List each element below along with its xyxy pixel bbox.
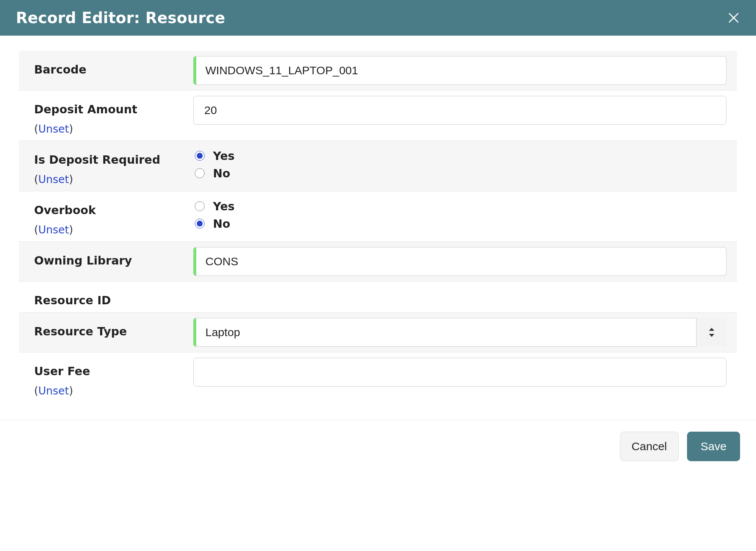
- is-deposit-required-yes-label: Yes: [213, 149, 235, 163]
- resource-type-input[interactable]: [193, 318, 726, 347]
- overbook-unset-wrap: (Unset): [34, 224, 193, 236]
- row-is-deposit-required: Is Deposit Required (Unset) Yes No: [19, 141, 737, 191]
- label-overbook: Overbook: [34, 203, 193, 217]
- user-fee-input[interactable]: [193, 358, 726, 387]
- overbook-no-option[interactable]: No: [193, 215, 726, 232]
- is-deposit-required-no-radio[interactable]: [195, 168, 205, 178]
- row-barcode: Barcode: [19, 51, 737, 91]
- overbook-radio-group: Yes No: [193, 197, 726, 232]
- barcode-input[interactable]: [193, 56, 726, 85]
- label-deposit-amount: Deposit Amount: [34, 103, 193, 116]
- overbook-unset-link[interactable]: Unset: [38, 224, 69, 236]
- is-deposit-required-no-option[interactable]: No: [193, 164, 726, 182]
- owning-library-input[interactable]: [193, 247, 726, 276]
- row-resource-type: Resource Type: [19, 313, 737, 352]
- record-editor-dialog: Record Editor: Resource Barcode Deposit …: [0, 0, 756, 476]
- row-user-fee: User Fee (Unset): [19, 352, 737, 402]
- user-fee-unset-link[interactable]: Unset: [38, 385, 69, 397]
- is-deposit-required-yes-radio[interactable]: [195, 151, 205, 161]
- is-deposit-required-unset-wrap: (Unset): [34, 173, 193, 186]
- deposit-amount-unset-link[interactable]: Unset: [38, 123, 69, 135]
- label-is-deposit-required: Is Deposit Required: [34, 153, 193, 166]
- overbook-no-label: No: [213, 217, 230, 230]
- form: Barcode Deposit Amount (Unset) Is Deposi…: [0, 36, 756, 402]
- label-user-fee: User Fee: [34, 365, 193, 378]
- is-deposit-required-no-label: No: [213, 167, 230, 180]
- close-icon[interactable]: [727, 11, 740, 24]
- dialog-titlebar: Record Editor: Resource: [0, 0, 756, 36]
- label-resource-type: Resource Type: [34, 325, 193, 338]
- cancel-button[interactable]: Cancel: [620, 432, 679, 461]
- deposit-amount-input[interactable]: [193, 96, 726, 125]
- save-button[interactable]: Save: [687, 432, 740, 461]
- row-resource-id: Resource ID: [19, 282, 737, 313]
- row-deposit-amount: Deposit Amount (Unset): [19, 91, 737, 141]
- is-deposit-required-yes-option[interactable]: Yes: [193, 147, 726, 164]
- row-owning-library: Owning Library: [19, 242, 737, 282]
- dialog-title: Record Editor: Resource: [16, 9, 225, 27]
- dialog-footer: Cancel Save: [0, 420, 756, 476]
- is-deposit-required-unset-link[interactable]: Unset: [38, 173, 69, 186]
- label-resource-id: Resource ID: [34, 294, 193, 307]
- label-owning-library: Owning Library: [34, 254, 193, 267]
- label-barcode: Barcode: [34, 63, 193, 76]
- overbook-yes-label: Yes: [213, 200, 235, 213]
- row-overbook: Overbook (Unset) Yes No: [19, 191, 737, 242]
- overbook-yes-option[interactable]: Yes: [193, 197, 726, 215]
- user-fee-unset-wrap: (Unset): [34, 385, 193, 397]
- is-deposit-required-radio-group: Yes No: [193, 146, 726, 182]
- resource-type-select[interactable]: [193, 318, 726, 347]
- deposit-amount-unset-wrap: (Unset): [34, 123, 193, 135]
- overbook-yes-radio[interactable]: [195, 201, 205, 211]
- overbook-no-radio[interactable]: [195, 219, 205, 229]
